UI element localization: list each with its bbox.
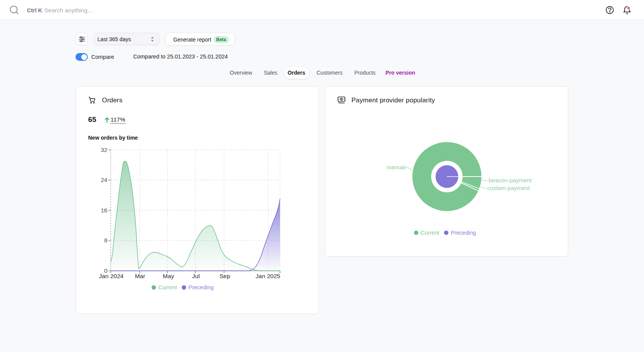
svg-text:8: 8: [104, 237, 107, 244]
svg-text:Mar: Mar: [135, 273, 145, 279]
svg-text:Jan 2025: Jan 2025: [256, 273, 280, 279]
svg-text:Current: Current: [421, 230, 439, 236]
svg-text:Preceding: Preceding: [451, 230, 476, 236]
svg-text:custom-payment: custom-payment: [487, 185, 530, 191]
svg-text:Current: Current: [159, 284, 177, 290]
svg-text:beacon-payment: beacon-payment: [489, 177, 532, 184]
svg-text:May: May: [163, 273, 174, 279]
svg-text:Preceding: Preceding: [189, 284, 214, 290]
svg-text:Sep: Sep: [219, 273, 230, 279]
svg-text:Jul: Jul: [192, 273, 200, 279]
svg-text:24: 24: [101, 177, 108, 183]
svg-text:32: 32: [101, 147, 107, 153]
svg-text:Jan 2024: Jan 2024: [99, 273, 124, 279]
svg-text:manual: manual: [386, 164, 405, 170]
svg-text:16: 16: [101, 207, 107, 214]
